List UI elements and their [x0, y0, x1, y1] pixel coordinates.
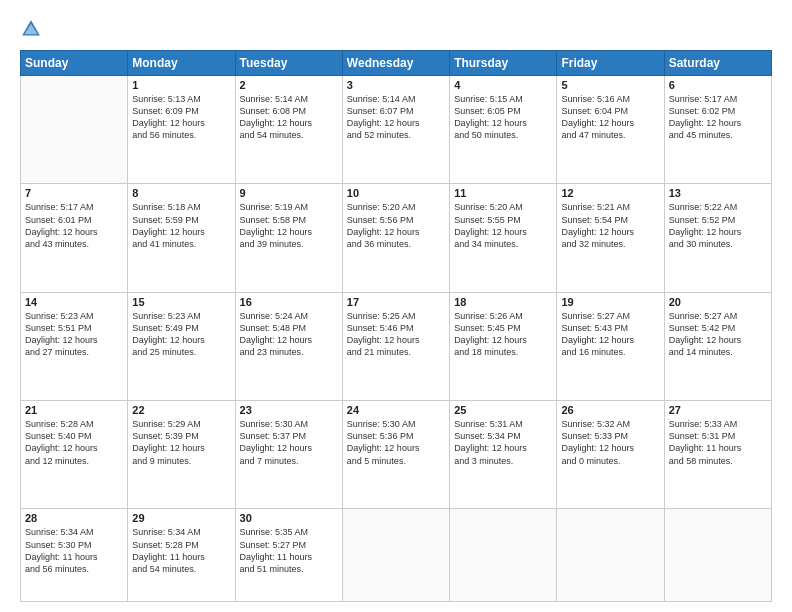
calendar-cell: 11Sunrise: 5:20 AM Sunset: 5:55 PM Dayli… [450, 184, 557, 292]
cell-info-text: Sunrise: 5:25 AM Sunset: 5:46 PM Dayligh… [347, 310, 445, 359]
cell-date-number: 15 [132, 296, 230, 308]
calendar-cell: 24Sunrise: 5:30 AM Sunset: 5:36 PM Dayli… [342, 401, 449, 509]
weekday-header-wednesday: Wednesday [342, 51, 449, 76]
cell-date-number: 6 [669, 79, 767, 91]
calendar-cell [21, 76, 128, 184]
cell-date-number: 12 [561, 187, 659, 199]
calendar-cell: 2Sunrise: 5:14 AM Sunset: 6:08 PM Daylig… [235, 76, 342, 184]
calendar-cell: 1Sunrise: 5:13 AM Sunset: 6:09 PM Daylig… [128, 76, 235, 184]
calendar-cell [450, 509, 557, 602]
cell-date-number: 25 [454, 404, 552, 416]
calendar-week-row: 1Sunrise: 5:13 AM Sunset: 6:09 PM Daylig… [21, 76, 772, 184]
calendar-cell: 4Sunrise: 5:15 AM Sunset: 6:05 PM Daylig… [450, 76, 557, 184]
cell-info-text: Sunrise: 5:29 AM Sunset: 5:39 PM Dayligh… [132, 418, 230, 467]
calendar-cell: 13Sunrise: 5:22 AM Sunset: 5:52 PM Dayli… [664, 184, 771, 292]
calendar-cell: 7Sunrise: 5:17 AM Sunset: 6:01 PM Daylig… [21, 184, 128, 292]
cell-date-number: 26 [561, 404, 659, 416]
calendar-cell: 15Sunrise: 5:23 AM Sunset: 5:49 PM Dayli… [128, 292, 235, 400]
calendar-cell: 9Sunrise: 5:19 AM Sunset: 5:58 PM Daylig… [235, 184, 342, 292]
calendar-week-row: 21Sunrise: 5:28 AM Sunset: 5:40 PM Dayli… [21, 401, 772, 509]
cell-info-text: Sunrise: 5:26 AM Sunset: 5:45 PM Dayligh… [454, 310, 552, 359]
cell-date-number: 28 [25, 512, 123, 524]
cell-info-text: Sunrise: 5:33 AM Sunset: 5:31 PM Dayligh… [669, 418, 767, 467]
weekday-header-monday: Monday [128, 51, 235, 76]
calendar-cell: 26Sunrise: 5:32 AM Sunset: 5:33 PM Dayli… [557, 401, 664, 509]
calendar-cell [342, 509, 449, 602]
calendar-cell: 18Sunrise: 5:26 AM Sunset: 5:45 PM Dayli… [450, 292, 557, 400]
cell-info-text: Sunrise: 5:15 AM Sunset: 6:05 PM Dayligh… [454, 93, 552, 142]
cell-info-text: Sunrise: 5:20 AM Sunset: 5:56 PM Dayligh… [347, 201, 445, 250]
cell-date-number: 9 [240, 187, 338, 199]
cell-info-text: Sunrise: 5:21 AM Sunset: 5:54 PM Dayligh… [561, 201, 659, 250]
header [20, 18, 772, 40]
calendar-cell: 5Sunrise: 5:16 AM Sunset: 6:04 PM Daylig… [557, 76, 664, 184]
cell-info-text: Sunrise: 5:27 AM Sunset: 5:43 PM Dayligh… [561, 310, 659, 359]
cell-date-number: 14 [25, 296, 123, 308]
cell-info-text: Sunrise: 5:32 AM Sunset: 5:33 PM Dayligh… [561, 418, 659, 467]
weekday-header-row: SundayMondayTuesdayWednesdayThursdayFrid… [21, 51, 772, 76]
cell-date-number: 23 [240, 404, 338, 416]
weekday-header-tuesday: Tuesday [235, 51, 342, 76]
cell-date-number: 22 [132, 404, 230, 416]
cell-date-number: 7 [25, 187, 123, 199]
cell-info-text: Sunrise: 5:30 AM Sunset: 5:37 PM Dayligh… [240, 418, 338, 467]
cell-date-number: 18 [454, 296, 552, 308]
calendar-cell: 29Sunrise: 5:34 AM Sunset: 5:28 PM Dayli… [128, 509, 235, 602]
calendar-cell: 17Sunrise: 5:25 AM Sunset: 5:46 PM Dayli… [342, 292, 449, 400]
cell-date-number: 29 [132, 512, 230, 524]
cell-date-number: 13 [669, 187, 767, 199]
cell-date-number: 16 [240, 296, 338, 308]
cell-date-number: 11 [454, 187, 552, 199]
cell-date-number: 30 [240, 512, 338, 524]
cell-date-number: 4 [454, 79, 552, 91]
cell-date-number: 2 [240, 79, 338, 91]
cell-date-number: 10 [347, 187, 445, 199]
weekday-header-friday: Friday [557, 51, 664, 76]
cell-info-text: Sunrise: 5:14 AM Sunset: 6:08 PM Dayligh… [240, 93, 338, 142]
weekday-header-thursday: Thursday [450, 51, 557, 76]
calendar-cell: 28Sunrise: 5:34 AM Sunset: 5:30 PM Dayli… [21, 509, 128, 602]
cell-info-text: Sunrise: 5:27 AM Sunset: 5:42 PM Dayligh… [669, 310, 767, 359]
cell-info-text: Sunrise: 5:19 AM Sunset: 5:58 PM Dayligh… [240, 201, 338, 250]
cell-date-number: 5 [561, 79, 659, 91]
cell-info-text: Sunrise: 5:34 AM Sunset: 5:28 PM Dayligh… [132, 526, 230, 575]
calendar-cell: 22Sunrise: 5:29 AM Sunset: 5:39 PM Dayli… [128, 401, 235, 509]
cell-info-text: Sunrise: 5:20 AM Sunset: 5:55 PM Dayligh… [454, 201, 552, 250]
cell-info-text: Sunrise: 5:28 AM Sunset: 5:40 PM Dayligh… [25, 418, 123, 467]
cell-date-number: 20 [669, 296, 767, 308]
cell-info-text: Sunrise: 5:14 AM Sunset: 6:07 PM Dayligh… [347, 93, 445, 142]
cell-info-text: Sunrise: 5:22 AM Sunset: 5:52 PM Dayligh… [669, 201, 767, 250]
cell-info-text: Sunrise: 5:30 AM Sunset: 5:36 PM Dayligh… [347, 418, 445, 467]
calendar-cell: 10Sunrise: 5:20 AM Sunset: 5:56 PM Dayli… [342, 184, 449, 292]
cell-date-number: 21 [25, 404, 123, 416]
cell-info-text: Sunrise: 5:35 AM Sunset: 5:27 PM Dayligh… [240, 526, 338, 575]
calendar-page: SundayMondayTuesdayWednesdayThursdayFrid… [0, 0, 792, 612]
cell-info-text: Sunrise: 5:23 AM Sunset: 5:49 PM Dayligh… [132, 310, 230, 359]
cell-info-text: Sunrise: 5:17 AM Sunset: 6:02 PM Dayligh… [669, 93, 767, 142]
cell-info-text: Sunrise: 5:18 AM Sunset: 5:59 PM Dayligh… [132, 201, 230, 250]
calendar-cell: 19Sunrise: 5:27 AM Sunset: 5:43 PM Dayli… [557, 292, 664, 400]
cell-info-text: Sunrise: 5:24 AM Sunset: 5:48 PM Dayligh… [240, 310, 338, 359]
logo [20, 18, 46, 40]
calendar-week-row: 7Sunrise: 5:17 AM Sunset: 6:01 PM Daylig… [21, 184, 772, 292]
calendar-cell: 27Sunrise: 5:33 AM Sunset: 5:31 PM Dayli… [664, 401, 771, 509]
cell-info-text: Sunrise: 5:23 AM Sunset: 5:51 PM Dayligh… [25, 310, 123, 359]
cell-date-number: 24 [347, 404, 445, 416]
weekday-header-sunday: Sunday [21, 51, 128, 76]
calendar-week-row: 28Sunrise: 5:34 AM Sunset: 5:30 PM Dayli… [21, 509, 772, 602]
cell-date-number: 17 [347, 296, 445, 308]
cell-info-text: Sunrise: 5:34 AM Sunset: 5:30 PM Dayligh… [25, 526, 123, 575]
calendar-cell: 16Sunrise: 5:24 AM Sunset: 5:48 PM Dayli… [235, 292, 342, 400]
cell-info-text: Sunrise: 5:17 AM Sunset: 6:01 PM Dayligh… [25, 201, 123, 250]
cell-date-number: 8 [132, 187, 230, 199]
weekday-header-saturday: Saturday [664, 51, 771, 76]
cell-date-number: 3 [347, 79, 445, 91]
cell-date-number: 27 [669, 404, 767, 416]
calendar-cell: 30Sunrise: 5:35 AM Sunset: 5:27 PM Dayli… [235, 509, 342, 602]
calendar-cell [664, 509, 771, 602]
logo-icon [20, 18, 42, 40]
cell-info-text: Sunrise: 5:16 AM Sunset: 6:04 PM Dayligh… [561, 93, 659, 142]
calendar-cell: 8Sunrise: 5:18 AM Sunset: 5:59 PM Daylig… [128, 184, 235, 292]
calendar-cell [557, 509, 664, 602]
cell-info-text: Sunrise: 5:13 AM Sunset: 6:09 PM Dayligh… [132, 93, 230, 142]
